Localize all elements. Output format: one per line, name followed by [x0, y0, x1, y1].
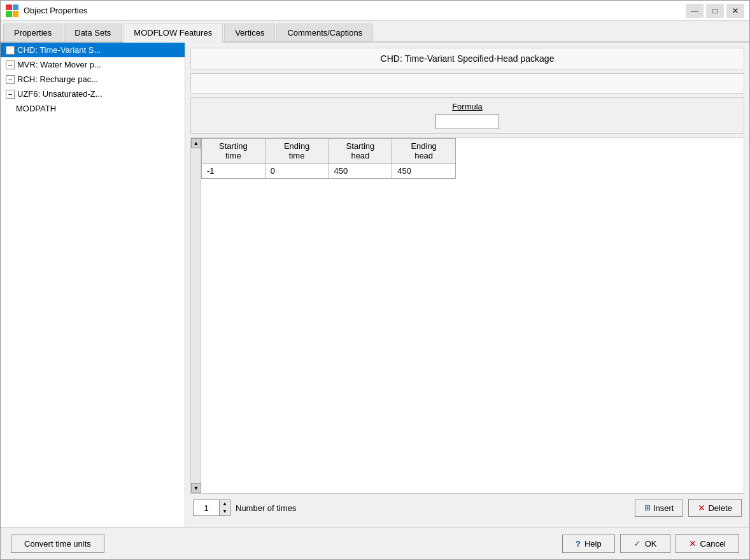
- maximize-button[interactable]: □: [706, 4, 724, 18]
- bottom-bar: Convert time units ? Help ✓ OK ✕ Cancel: [1, 527, 749, 559]
- package-title: CHD: Time-Variant Specified-Head package: [190, 48, 744, 69]
- app-icon: [6, 4, 18, 17]
- help-label: Help: [584, 539, 602, 549]
- cancel-button[interactable]: ✕ Cancel: [676, 534, 739, 553]
- insert-label: Insert: [653, 503, 674, 513]
- data-table: Startingtime Endingtime Startinghead End…: [201, 138, 456, 179]
- ok-label: OK: [645, 539, 657, 549]
- scrollbar-left: ▲ ▼: [191, 138, 201, 493]
- num-times-spinner: 1 ▲ ▼: [193, 500, 230, 516]
- insert-button[interactable]: ⊞ Insert: [635, 500, 684, 517]
- rch-checkbox[interactable]: –: [6, 75, 15, 84]
- scroll-track: [191, 148, 201, 483]
- scroll-down-arrow[interactable]: ▼: [191, 483, 201, 493]
- formula-input[interactable]: [435, 114, 499, 129]
- sidebar-item-uzf6-label: UZF6: Unsaturated-Z...: [17, 89, 103, 99]
- cell-ending-head[interactable]: 450: [392, 164, 456, 179]
- sidebar-item-mvr[interactable]: – MVR: Water Mover p...: [1, 57, 185, 72]
- delete-button[interactable]: ✕ Delete: [688, 499, 742, 517]
- insert-icon: ⊞: [644, 503, 651, 512]
- delete-icon: ✕: [698, 503, 705, 513]
- sidebar-item-chd-label: CHD: Time-Variant S...: [17, 45, 101, 55]
- cell-ending-time[interactable]: 0: [265, 164, 329, 179]
- col-starting-head: Startinghead: [329, 139, 392, 164]
- formula-label: Formula: [195, 102, 740, 111]
- window-controls: — □ ✕: [686, 4, 744, 18]
- table-section: ▲ ▼ Startingtime Endingtime Startinghead…: [190, 137, 744, 494]
- col-ending-head: Endinghead: [392, 139, 456, 164]
- spinner-up-button[interactable]: ▲: [220, 500, 230, 508]
- controls-row: 1 ▲ ▼ Number of times ⊞ Insert ✕ Delete: [190, 494, 744, 522]
- help-icon: ?: [576, 539, 581, 549]
- main-content: ✓ CHD: Time-Variant S... – MVR: Water Mo…: [1, 43, 749, 527]
- delete-label: Delete: [708, 503, 732, 513]
- table-header-row: Startingtime Endingtime Startinghead End…: [202, 139, 456, 164]
- num-times-input[interactable]: 1: [194, 500, 219, 515]
- minimize-button[interactable]: —: [686, 4, 704, 18]
- cancel-icon: ✕: [689, 538, 697, 549]
- ok-button[interactable]: ✓ OK: [620, 534, 670, 553]
- help-button[interactable]: ? Help: [562, 535, 615, 553]
- tab-bar: Properties Data Sets MODFLOW Features Ve…: [1, 21, 749, 43]
- table-wrapper: Startingtime Endingtime Startinghead End…: [201, 138, 744, 179]
- tab-vertices[interactable]: Vertices: [224, 24, 275, 41]
- tab-properties[interactable]: Properties: [3, 24, 62, 41]
- cancel-label: Cancel: [700, 539, 726, 549]
- cell-starting-time[interactable]: -1: [202, 164, 265, 179]
- sidebar-item-modpath[interactable]: MODPATH: [1, 101, 185, 116]
- table-head: Startingtime Endingtime Startinghead End…: [202, 139, 456, 164]
- num-times-label: Number of times: [236, 503, 630, 513]
- right-panel: CHD: Time-Variant Specified-Head package…: [185, 43, 749, 527]
- tab-modflow[interactable]: MODFLOW Features: [123, 24, 223, 43]
- main-window: Object Properties — □ ✕ Properties Data …: [0, 0, 750, 560]
- convert-time-label: Convert time units: [24, 539, 91, 549]
- cell-starting-head[interactable]: 450: [329, 164, 392, 179]
- table-body: -1 0 450 450: [202, 164, 456, 179]
- sidebar-item-chd[interactable]: ✓ CHD: Time-Variant S...: [1, 43, 185, 57]
- col-starting-time: Startingtime: [202, 139, 265, 164]
- close-button[interactable]: ✕: [726, 4, 744, 18]
- sidebar-item-modpath-label: MODPATH: [16, 104, 56, 113]
- col-ending-time: Endingtime: [265, 139, 329, 164]
- scroll-up-arrow[interactable]: ▲: [191, 138, 201, 148]
- table-row[interactable]: -1 0 450 450: [202, 164, 456, 179]
- formula-section: Formula: [190, 97, 744, 134]
- sidebar: ✓ CHD: Time-Variant S... – MVR: Water Mo…: [1, 43, 185, 527]
- tab-comments[interactable]: Comments/Captions: [276, 24, 373, 41]
- sidebar-item-mvr-label: MVR: Water Mover p...: [17, 60, 101, 69]
- chd-checkbox[interactable]: ✓: [6, 46, 15, 55]
- uzf6-checkbox[interactable]: –: [6, 90, 15, 99]
- spinner-down-button[interactable]: ▼: [220, 508, 230, 515]
- window-title: Object Properties: [24, 6, 686, 15]
- sidebar-item-uzf6[interactable]: – UZF6: Unsaturated-Z...: [1, 87, 185, 101]
- formula-input-area: [195, 114, 740, 129]
- sidebar-item-rch[interactable]: – RCH: Recharge pac...: [1, 72, 185, 87]
- title-bar: Object Properties — □ ✕: [1, 1, 749, 21]
- tab-datasets[interactable]: Data Sets: [64, 24, 122, 41]
- ok-icon: ✓: [633, 538, 641, 549]
- mvr-checkbox[interactable]: –: [6, 60, 15, 69]
- convert-time-button[interactable]: Convert time units: [11, 535, 104, 553]
- top-empty-area: [190, 73, 744, 94]
- sidebar-item-rch-label: RCH: Recharge pac...: [17, 74, 98, 84]
- spinner-buttons: ▲ ▼: [219, 500, 230, 515]
